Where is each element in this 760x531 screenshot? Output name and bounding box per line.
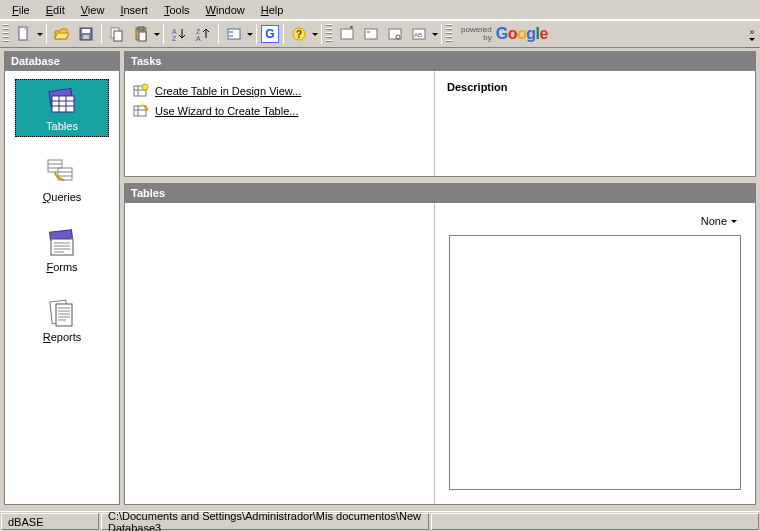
menu-bar: File Edit View Insert Tools Window Help [0, 0, 760, 20]
tables-list[interactable] [125, 203, 435, 504]
sidebar-item-queries[interactable]: Queries [15, 151, 109, 207]
svg-text:A: A [172, 28, 177, 35]
paste-button[interactable] [130, 23, 152, 45]
google-logo: Google [496, 25, 548, 43]
menu-file-label: ile [19, 4, 30, 16]
status-empty [431, 513, 759, 530]
toolbar-overflow-button[interactable]: » [746, 21, 758, 49]
description-pane: Description [435, 71, 755, 176]
chevron-down-icon [731, 220, 737, 223]
menu-edit[interactable]: Edit [38, 2, 73, 18]
menu-insert[interactable]: Insert [112, 2, 156, 18]
svg-rect-14 [229, 31, 233, 33]
copy-button[interactable] [106, 23, 128, 45]
help-dropdown[interactable] [311, 33, 318, 36]
sidebar-item-label: Reports [43, 331, 82, 343]
menu-edit-label: dit [53, 4, 65, 16]
svg-rect-18 [341, 29, 353, 39]
svg-rect-3 [83, 35, 89, 39]
new-document-dropdown[interactable] [36, 33, 43, 36]
form-ab-dropdown[interactable] [431, 33, 438, 36]
sidebar-item-label: Forms [46, 261, 77, 273]
svg-rect-5 [114, 31, 122, 41]
content-area: Tasks Create Table in Design View... Use… [124, 51, 756, 505]
svg-point-53 [142, 84, 148, 90]
task-wizard-create[interactable]: Use Wizard to Create Table... [133, 101, 426, 121]
description-label: Description [447, 81, 743, 93]
tables-header: Tables [125, 184, 755, 203]
tables-preview-pane: None [435, 203, 755, 504]
svg-text:Z: Z [196, 28, 201, 35]
svg-rect-44 [56, 304, 72, 326]
svg-text:Z: Z [172, 35, 177, 42]
form-new-button[interactable] [336, 23, 358, 45]
svg-rect-21 [389, 29, 401, 39]
svg-text:A: A [196, 35, 201, 42]
form-design-button[interactable] [360, 23, 382, 45]
menu-view[interactable]: View [73, 2, 113, 18]
task-create-design-view[interactable]: Create Table in Design View... [133, 81, 426, 101]
sidebar-item-label: Tables [46, 120, 78, 132]
reports-icon [44, 297, 80, 329]
sort-asc-button[interactable]: AZ [168, 23, 190, 45]
form-button[interactable] [223, 23, 245, 45]
svg-rect-15 [229, 35, 233, 37]
svg-rect-26 [52, 96, 74, 112]
form-open-button[interactable] [384, 23, 406, 45]
menu-window-label: indow [216, 4, 245, 16]
forms-icon [44, 227, 80, 259]
toolbar-grip[interactable] [3, 24, 9, 44]
sidebar-item-label: Queries [43, 191, 82, 203]
google-search-box[interactable]: powered by Google [461, 25, 548, 43]
tables-icon [44, 86, 80, 118]
menu-help[interactable]: Help [253, 2, 292, 18]
svg-rect-2 [82, 29, 90, 33]
svg-rect-38 [51, 239, 73, 255]
menu-view-label: iew [88, 4, 105, 16]
preview-mode-dropdown[interactable]: None [697, 213, 741, 229]
task-label: Create Table in Design View... [155, 85, 301, 97]
save-button[interactable] [75, 23, 97, 45]
toolbar-main: AZ ZA G ? AB powered by Google [0, 20, 760, 48]
menu-insert-label: nsert [123, 4, 147, 16]
queries-icon [44, 157, 80, 189]
preview-mode-label: None [701, 215, 727, 227]
svg-rect-8 [139, 32, 146, 41]
sidebar-item-reports[interactable]: Reports [15, 291, 109, 347]
status-db-type: dBASE [1, 513, 99, 530]
menu-tools[interactable]: Tools [156, 2, 198, 18]
main-area: Database Tables [0, 48, 760, 508]
svg-rect-13 [228, 29, 240, 39]
task-label: Use Wizard to Create Table... [155, 105, 298, 117]
svg-text:?: ? [296, 29, 302, 40]
new-document-button[interactable] [13, 23, 35, 45]
menu-file[interactable]: File [4, 2, 38, 18]
toolbar-grip-3[interactable] [446, 24, 452, 44]
toolbar-grip-2[interactable] [326, 24, 332, 44]
table-wizard-icon [133, 103, 149, 119]
tasks-header: Tasks [125, 52, 755, 71]
status-file-path: C:\Documents and Settings\Administrador\… [101, 513, 429, 530]
menu-help-label: elp [269, 4, 284, 16]
menu-tools-label: ools [169, 4, 189, 16]
sidebar-header: Database [5, 52, 119, 71]
tasks-panel: Tasks Create Table in Design View... Use… [124, 51, 756, 177]
open-button[interactable] [51, 23, 73, 45]
svg-text:AB: AB [414, 32, 422, 38]
table-design-icon [133, 83, 149, 99]
help-button[interactable]: ? [288, 23, 310, 45]
g-button[interactable]: G [261, 25, 279, 43]
sidebar-item-tables[interactable]: Tables [15, 79, 109, 137]
sort-desc-button[interactable]: ZA [192, 23, 214, 45]
svg-rect-19 [365, 29, 377, 39]
preview-box [449, 235, 741, 490]
menu-window[interactable]: Window [198, 2, 253, 18]
tables-panel: Tables None [124, 183, 756, 505]
paste-dropdown[interactable] [153, 33, 160, 36]
google-powered-label: powered by [461, 26, 492, 42]
sidebar-item-forms[interactable]: Forms [15, 221, 109, 277]
status-bar: dBASE C:\Documents and Settings\Administ… [0, 511, 760, 531]
tasks-list: Create Table in Design View... Use Wizar… [125, 71, 435, 176]
form-ab-button[interactable]: AB [408, 23, 430, 45]
form-dropdown[interactable] [246, 33, 253, 36]
